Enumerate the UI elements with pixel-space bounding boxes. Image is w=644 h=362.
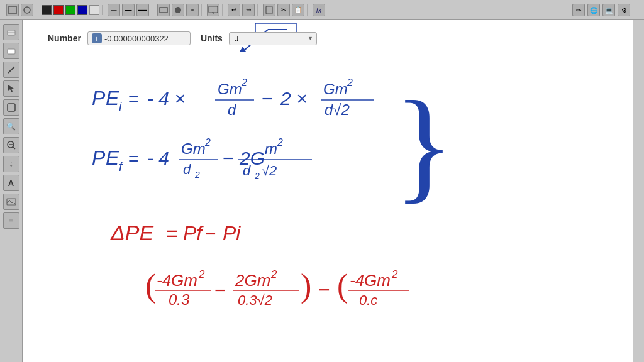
svg-rect-11 xyxy=(8,49,15,54)
zoom-out-button[interactable] xyxy=(3,137,19,153)
settings-icon[interactable]: ⚙ xyxy=(618,4,630,16)
svg-text:2: 2 xyxy=(277,137,283,148)
canvas-area: Number i -0.000000000322 Units J kJ eV }… xyxy=(23,20,633,362)
svg-text:−: − xyxy=(214,280,226,300)
svg-text:- 4 ×: - 4 × xyxy=(147,88,186,109)
text-button[interactable]: A xyxy=(3,175,19,191)
toolbar-group-shapes xyxy=(155,4,202,16)
svg-text:Gm: Gm xyxy=(218,80,242,97)
svg-rect-15 xyxy=(8,104,15,111)
top-toolbar: — — — ↩ ↪ ✂ 📋 fx ✏ 🌐 💻 ⚙ xyxy=(0,0,644,20)
globe-icon[interactable]: 🌐 xyxy=(587,4,600,16)
rotate-button[interactable]: ↕ xyxy=(3,156,19,172)
svg-text:Pf: Pf xyxy=(183,222,204,244)
units-select[interactable]: J kJ eV xyxy=(229,32,317,45)
toolbar-group-misc: ✂ 📋 xyxy=(260,4,308,16)
info-badge[interactable]: i xyxy=(92,33,102,43)
shape-filled-circle[interactable] xyxy=(172,4,184,16)
svg-text:−: − xyxy=(262,88,273,109)
monitor-icon[interactable] xyxy=(207,4,219,16)
page-icon[interactable] xyxy=(263,4,275,16)
svg-text:2 ×: 2 × xyxy=(280,88,308,109)
color-green[interactable] xyxy=(65,5,75,15)
toolbar-group-colors xyxy=(39,5,103,15)
svg-text:Gm: Gm xyxy=(323,80,348,97)
selection-button[interactable] xyxy=(3,80,19,97)
svg-text:2: 2 xyxy=(254,171,260,181)
toolbar-group-tools xyxy=(4,4,36,16)
svg-text:d: d xyxy=(228,101,236,118)
toolbar-icon-1[interactable] xyxy=(6,4,19,16)
number-label: Number xyxy=(48,33,81,43)
number-value: -0.000000000322 xyxy=(104,34,186,43)
shape-rect[interactable] xyxy=(157,4,170,16)
svg-text:0.3√2: 0.3√2 xyxy=(238,292,272,308)
svg-text:d: d xyxy=(183,162,191,177)
scissors-icon[interactable]: ✂ xyxy=(277,4,290,16)
pen-button[interactable] xyxy=(3,62,19,78)
special-icon[interactable]: fx xyxy=(313,4,325,16)
svg-text:2: 2 xyxy=(198,268,205,280)
svg-marker-14 xyxy=(8,85,14,92)
svg-text:): ) xyxy=(301,268,311,304)
svg-rect-8 xyxy=(266,6,272,14)
svg-text:0.3: 0.3 xyxy=(169,291,190,308)
zoom-in-button[interactable]: 🔍 xyxy=(3,118,19,134)
svg-text:(: ( xyxy=(337,268,348,304)
svg-text:Pi: Pi xyxy=(223,222,241,244)
svg-text:−: − xyxy=(223,148,234,168)
svg-text:2: 2 xyxy=(204,137,211,148)
redo-button[interactable]: ↪ xyxy=(242,4,255,16)
line-thick[interactable]: — xyxy=(136,4,149,16)
svg-point-1 xyxy=(24,7,30,13)
eraser-button[interactable] xyxy=(3,24,19,40)
svg-text:Gm: Gm xyxy=(181,140,206,157)
svg-text:ΔPE: ΔPE xyxy=(110,221,153,244)
svg-text:=: = xyxy=(128,149,138,168)
svg-point-3 xyxy=(175,7,181,13)
edit-icon[interactable]: ✏ xyxy=(572,4,585,16)
svg-text:2: 2 xyxy=(347,77,353,88)
svg-text:P: P xyxy=(92,87,106,109)
svg-text:−: − xyxy=(205,223,216,244)
line-thin[interactable]: — xyxy=(108,4,120,16)
svg-text:E: E xyxy=(106,87,119,109)
paste-icon[interactable]: 📋 xyxy=(292,4,304,16)
svg-text:=: = xyxy=(166,222,178,244)
color-black[interactable] xyxy=(42,5,52,15)
svg-text:i: i xyxy=(119,100,122,114)
image-button[interactable] xyxy=(3,194,19,210)
undo-button[interactable]: ↩ xyxy=(228,4,240,16)
toolbar-group-more xyxy=(204,4,223,16)
units-select-wrapper[interactable]: J kJ eV xyxy=(229,32,317,45)
left-sidebar: 🔍 ↕ A ≡ xyxy=(0,20,23,362)
svg-text:d: d xyxy=(243,163,251,178)
svg-text:2: 2 xyxy=(391,268,398,280)
svg-text:d√2: d√2 xyxy=(325,101,350,118)
svg-text:E: E xyxy=(106,146,119,169)
svg-text:-4Gm: -4Gm xyxy=(157,271,197,290)
toolbar-group-lines: — — — xyxy=(105,4,152,16)
svg-text:2Gm: 2Gm xyxy=(235,271,270,290)
lines-button[interactable]: ≡ xyxy=(3,212,19,229)
svg-text:f: f xyxy=(119,160,124,173)
color-white[interactable] xyxy=(89,5,99,15)
svg-text:}: } xyxy=(394,75,454,214)
svg-line-17 xyxy=(13,146,15,149)
svg-point-4 xyxy=(191,9,194,11)
svg-text:-4Gm: -4Gm xyxy=(350,271,391,290)
color-blue[interactable] xyxy=(77,5,87,15)
svg-rect-2 xyxy=(160,8,167,13)
line-medium[interactable]: — xyxy=(122,4,135,16)
computer-icon[interactable]: 💻 xyxy=(602,4,615,16)
svg-rect-5 xyxy=(209,6,218,13)
svg-text:2: 2 xyxy=(241,77,247,88)
svg-text:2: 2 xyxy=(270,268,277,280)
svg-text:√2: √2 xyxy=(262,163,277,178)
shape-tool-button[interactable] xyxy=(3,99,19,116)
clear-button[interactable] xyxy=(3,43,19,59)
svg-text:−: − xyxy=(318,278,330,301)
shape-dot[interactable] xyxy=(186,4,199,16)
toolbar-icon-2[interactable] xyxy=(21,4,33,16)
color-red[interactable] xyxy=(53,5,64,15)
